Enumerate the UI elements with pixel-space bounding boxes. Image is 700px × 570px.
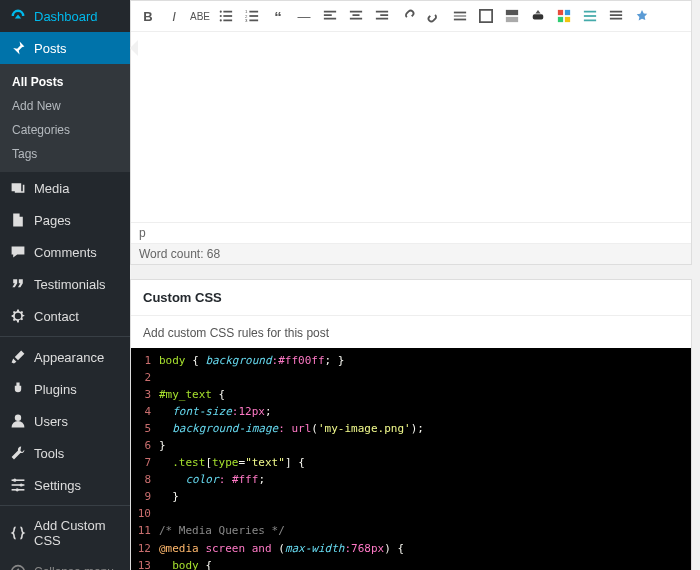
ol-button[interactable]: 123 bbox=[241, 5, 263, 27]
sidebar-item-label: Settings bbox=[34, 478, 81, 493]
code-content: .test[type="text"] { bbox=[159, 454, 305, 471]
sidebar-item-users[interactable]: Users bbox=[0, 405, 130, 437]
submenu-item-all-posts[interactable]: All Posts bbox=[0, 70, 130, 94]
code-content: color: #fff; bbox=[159, 471, 265, 488]
editor-box: B I ABE 123 “ — bbox=[130, 0, 692, 265]
code-line: 2 bbox=[131, 369, 691, 386]
code-line: 10 bbox=[131, 505, 691, 522]
metabox-title[interactable]: Custom CSS bbox=[131, 280, 691, 316]
sidebar-item-settings[interactable]: Settings bbox=[0, 469, 130, 501]
main-content: B I ABE 123 “ — bbox=[130, 0, 700, 570]
braces-icon bbox=[10, 525, 26, 541]
fullscreen-button[interactable] bbox=[475, 5, 497, 27]
sidebar-item-media[interactable]: Media bbox=[0, 172, 130, 204]
unlink-button[interactable] bbox=[423, 5, 445, 27]
svg-point-0 bbox=[15, 415, 21, 421]
code-line: 1body { background:#ff00ff; } bbox=[131, 352, 691, 369]
svg-rect-37 bbox=[565, 10, 570, 15]
bold-button[interactable]: B bbox=[137, 5, 159, 27]
sidebar-item-tools[interactable]: Tools bbox=[0, 437, 130, 469]
editor-wordcount: Word count: 68 bbox=[131, 243, 691, 264]
code-content: body { bbox=[159, 557, 212, 570]
line-number: 5 bbox=[131, 420, 159, 437]
sidebar-submenu: All PostsAdd NewCategoriesTags bbox=[0, 64, 130, 172]
ul-button[interactable] bbox=[215, 5, 237, 27]
editor-content[interactable] bbox=[131, 32, 691, 222]
code-line: 5 background-image: url('my-image.png'); bbox=[131, 420, 691, 437]
hr-button[interactable]: — bbox=[293, 5, 315, 27]
toolbar-toggle-button[interactable] bbox=[501, 5, 523, 27]
svg-rect-38 bbox=[558, 17, 563, 22]
svg-rect-25 bbox=[350, 18, 362, 20]
more-button[interactable] bbox=[449, 5, 471, 27]
sidebar-item-label: Appearance bbox=[34, 350, 104, 365]
sidebar-item-label: Pages bbox=[34, 213, 71, 228]
svg-rect-31 bbox=[454, 19, 466, 21]
sliders-icon bbox=[10, 477, 26, 493]
sidebar-item-posts[interactable]: Posts bbox=[0, 32, 130, 64]
code-line: 9 } bbox=[131, 488, 691, 505]
comment-icon bbox=[10, 244, 26, 260]
sidebar-item-label: Add Custom CSS bbox=[34, 518, 120, 548]
submenu-item-tags[interactable]: Tags bbox=[0, 142, 130, 166]
line-number: 12 bbox=[131, 540, 159, 557]
button-1[interactable] bbox=[527, 5, 549, 27]
line-number: 1 bbox=[131, 352, 159, 369]
custom-css-metabox: Custom CSS Add custom CSS rules for this… bbox=[130, 279, 692, 570]
strike-button[interactable]: ABE bbox=[189, 5, 211, 27]
line-number: 4 bbox=[131, 403, 159, 420]
sidebar-item-dashboard[interactable]: Dashboard bbox=[0, 0, 130, 32]
code-content: @media screen and (max-width:768px) { bbox=[159, 540, 404, 557]
sidebar-item-plugins[interactable]: Plugins bbox=[0, 373, 130, 405]
svg-rect-32 bbox=[480, 10, 492, 22]
align-left-button[interactable] bbox=[319, 5, 341, 27]
quote-button[interactable]: “ bbox=[267, 5, 289, 27]
sidebar-item-appearance[interactable]: Appearance bbox=[0, 341, 130, 373]
svg-rect-35 bbox=[533, 14, 544, 19]
user-icon bbox=[10, 413, 26, 429]
button-2[interactable] bbox=[553, 5, 575, 27]
submenu-item-add-new[interactable]: Add New bbox=[0, 94, 130, 118]
svg-point-4 bbox=[13, 479, 16, 482]
line-number: 3 bbox=[131, 386, 159, 403]
align-center-button[interactable] bbox=[345, 5, 367, 27]
svg-rect-9 bbox=[223, 11, 232, 13]
button-3[interactable] bbox=[579, 5, 601, 27]
link-button[interactable] bbox=[397, 5, 419, 27]
code-editor[interactable]: 1body { background:#ff00ff; }23#my_text … bbox=[131, 348, 691, 570]
sidebar-item-label: Comments bbox=[34, 245, 97, 260]
italic-button[interactable]: I bbox=[163, 5, 185, 27]
align-right-button[interactable] bbox=[371, 5, 393, 27]
code-content: } bbox=[159, 488, 179, 505]
sidebar-item-label: Users bbox=[34, 414, 68, 429]
collapse-menu-button[interactable]: Collapse menu bbox=[0, 556, 130, 570]
line-number: 9 bbox=[131, 488, 159, 505]
submenu-item-categories[interactable]: Categories bbox=[0, 118, 130, 142]
button-4[interactable] bbox=[605, 5, 627, 27]
svg-point-10 bbox=[220, 15, 222, 17]
line-number: 11 bbox=[131, 522, 159, 539]
code-line: 11/* Media Queries */ bbox=[131, 522, 691, 539]
sidebar-item-pages[interactable]: Pages bbox=[0, 204, 130, 236]
sidebar-item-label: Tools bbox=[34, 446, 64, 461]
sidebar-item-add-custom-css[interactable]: Add Custom CSS bbox=[0, 510, 130, 556]
media-icon bbox=[10, 180, 26, 196]
svg-point-6 bbox=[16, 488, 19, 491]
svg-rect-15 bbox=[249, 11, 258, 13]
svg-rect-34 bbox=[506, 17, 518, 22]
sidebar-item-label: Posts bbox=[34, 41, 67, 56]
line-number: 10 bbox=[131, 505, 159, 522]
svg-rect-45 bbox=[610, 18, 622, 20]
sidebar-item-contact[interactable]: Contact bbox=[0, 300, 130, 332]
svg-rect-19 bbox=[249, 20, 258, 22]
gear-icon bbox=[10, 308, 26, 324]
code-content: background-image: url('my-image.png'); bbox=[159, 420, 424, 437]
editor-path: p bbox=[131, 222, 691, 243]
button-5[interactable] bbox=[631, 5, 653, 27]
code-content: font-size:12px; bbox=[159, 403, 272, 420]
svg-rect-13 bbox=[223, 20, 232, 22]
dashboard-icon bbox=[10, 8, 26, 24]
sidebar-item-testimonials[interactable]: Testimonials bbox=[0, 268, 130, 300]
code-line: 13 body { bbox=[131, 557, 691, 570]
sidebar-item-comments[interactable]: Comments bbox=[0, 236, 130, 268]
